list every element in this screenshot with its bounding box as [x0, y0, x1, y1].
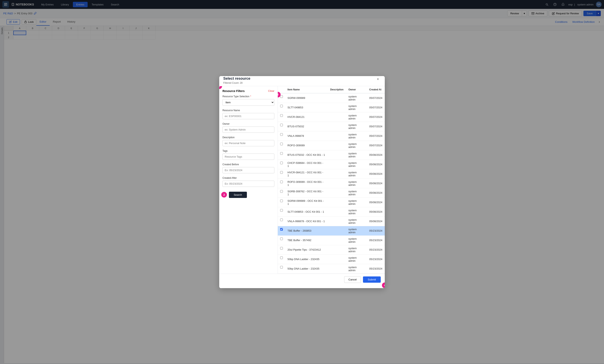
row-checkbox[interactable] — [280, 190, 283, 193]
row-checkbox-cell[interactable] — [278, 179, 285, 185]
row-checkbox[interactable] — [280, 152, 283, 155]
row-item-name: CHCP-508684 - OCC Kit 001 - 1 — [285, 160, 328, 169]
table-row[interactable]: BTUS-075032 system admin 05/07/2024 — [278, 122, 385, 131]
step-badge-2: 2 — [221, 192, 227, 197]
filters-clear-button[interactable]: Clear — [268, 89, 274, 92]
row-checkbox[interactable] — [280, 199, 283, 202]
row-description — [328, 245, 346, 255]
row-checkbox[interactable] — [280, 218, 283, 221]
table-row[interactable]: SGRW-099989 - OCC Kit 001 - 1 system adm… — [278, 197, 385, 207]
row-checkbox[interactable] — [280, 237, 283, 240]
row-checkbox-cell[interactable] — [278, 245, 285, 251]
description-input[interactable] — [223, 140, 274, 146]
table-row[interactable]: HVCR-084121 system admin 05/07/2024 — [278, 112, 385, 122]
row-checkbox-cell[interactable] — [278, 122, 285, 128]
row-created-at: 05/23/2024 — [367, 245, 385, 255]
table-row[interactable]: 50bp DNA Ladder - 232435 system admin 05… — [278, 264, 385, 273]
row-checkbox-cell[interactable] — [278, 141, 285, 147]
row-created-at: 05/08/2024 — [367, 207, 385, 217]
row-checkbox[interactable] — [280, 228, 283, 231]
row-checkbox-cell[interactable] — [278, 236, 285, 242]
row-checkbox[interactable] — [280, 266, 283, 269]
resource-type-label: Resource Type Selection * — [223, 95, 274, 98]
row-checkbox-cell[interactable] — [278, 255, 285, 261]
row-checkbox-cell[interactable] — [278, 112, 285, 119]
row-checkbox[interactable] — [280, 209, 283, 212]
row-checkbox-cell[interactable] — [278, 207, 285, 214]
row-description — [328, 255, 346, 264]
row-checkbox[interactable] — [280, 256, 283, 259]
table-row[interactable]: TBE Buffer - 293853 system admin 05/23/2… — [278, 226, 385, 235]
row-checkbox-cell[interactable] — [278, 103, 285, 109]
row-item-name: SGRW-099989 - OCC Kit 001 - 1 — [285, 197, 328, 207]
tags-input[interactable] — [223, 154, 274, 160]
row-description — [328, 103, 346, 112]
row-item-name: BTUS-075032 — [285, 122, 328, 131]
table-row[interactable]: SGRW-099989 system admin 05/07/2024 — [278, 93, 385, 103]
row-checkbox[interactable] — [280, 161, 283, 164]
row-owner: system admin — [346, 112, 367, 122]
table-row[interactable]: ROFO-309089 - OCC Kit 001 - 1 system adm… — [278, 179, 385, 188]
row-description — [328, 122, 346, 131]
resource-name-group: Resource Name — [223, 109, 274, 119]
table-row[interactable]: HVCR-084121 - OCC Kit 001 - 1 system adm… — [278, 169, 385, 179]
row-checkbox-cell[interactable] — [278, 198, 285, 204]
row-created-at: 05/08/2024 — [367, 169, 385, 179]
row-item-name: SGRW-099989 — [285, 93, 328, 103]
row-description — [328, 179, 346, 188]
resource-type-required: * — [250, 95, 251, 98]
table-row[interactable]: CHCP-508684 - OCC Kit 001 - 1 system adm… — [278, 160, 385, 169]
row-created-at: 05/08/2024 — [367, 179, 385, 188]
resource-name-input[interactable] — [223, 113, 274, 119]
row-checkbox-cell[interactable] — [278, 217, 285, 223]
row-checkbox[interactable] — [280, 171, 283, 174]
submit-button[interactable]: Submit — [363, 277, 381, 283]
row-checkbox-cell[interactable] — [278, 150, 285, 157]
row-created-at: 05/23/2024 — [367, 235, 385, 245]
row-description — [328, 235, 346, 245]
row-checkbox-cell[interactable] — [278, 188, 285, 194]
table-row[interactable]: 20ul Pipette Tips - 37423412 system admi… — [278, 245, 385, 255]
table-row[interactable]: SLTT-049853 system admin 05/07/2024 — [278, 103, 385, 112]
table-row[interactable]: ROFO-309089 system admin 05/07/2024 — [278, 141, 385, 150]
row-checkbox-cell[interactable] — [278, 226, 285, 232]
resource-type-select[interactable]: Item Equipment Reagent Sample Chemical — [223, 99, 274, 106]
row-description — [328, 112, 346, 122]
row-checkbox[interactable] — [280, 123, 283, 126]
owner-label: Owner — [223, 122, 274, 125]
row-checkbox[interactable] — [280, 114, 283, 117]
row-checkbox-cell[interactable] — [278, 131, 285, 138]
col-header-owner: Owner — [346, 86, 367, 93]
row-checkbox-cell[interactable] — [278, 169, 285, 176]
resource-type-group: Resource Type Selection * Item Equipment… — [223, 95, 274, 106]
table-row[interactable]: 50bp DNA Ladder - 232435 system admin 05… — [278, 255, 385, 264]
table-row[interactable]: VNLA-998878 system admin 05/07/2024 — [278, 131, 385, 141]
modal-footer: 4 Cancel Submit — [219, 274, 385, 285]
table-row[interactable]: BTUS-075032 - OCC Kit 001 - 1 system adm… — [278, 150, 385, 160]
table-row[interactable]: SLTT-049853 - OCC Kit 001 - 1 system adm… — [278, 207, 385, 217]
row-checkbox[interactable] — [280, 143, 283, 146]
table-row[interactable]: TBE Buffer - 357492 system admin 05/23/2… — [278, 235, 385, 245]
row-item-name: ROFO-309089 - OCC Kit 001 - 1 — [285, 179, 328, 188]
owner-input[interactable] — [223, 126, 274, 133]
row-checkbox[interactable] — [280, 247, 283, 250]
created-before-input[interactable] — [223, 167, 274, 173]
row-checkbox[interactable] — [280, 105, 283, 108]
row-owner: system admin — [346, 179, 367, 188]
tags-label: Tags — [223, 149, 274, 152]
modal-title: Select resource — [223, 76, 250, 81]
row-checkbox-cell[interactable] — [278, 264, 285, 270]
row-created-at: 05/07/2024 — [367, 141, 385, 150]
row-checkbox[interactable] — [280, 133, 283, 136]
table-row[interactable]: VNLA-998878 - OCC Kit 001 - 1 system adm… — [278, 217, 385, 226]
created-after-label: Created After — [223, 177, 274, 179]
row-checkbox[interactable] — [280, 180, 283, 183]
row-description — [328, 207, 346, 217]
cancel-button[interactable]: Cancel — [344, 276, 361, 283]
created-after-input[interactable] — [223, 181, 274, 187]
row-item-name: 50bp DNA Ladder - 232435 — [285, 264, 328, 273]
modal-close-button[interactable]: × — [375, 76, 381, 82]
table-row[interactable]: SGRB-308762 - OCC Kit 001 - 1 system adm… — [278, 188, 385, 197]
row-checkbox-cell[interactable] — [278, 160, 285, 166]
search-button[interactable]: Search — [229, 192, 247, 198]
